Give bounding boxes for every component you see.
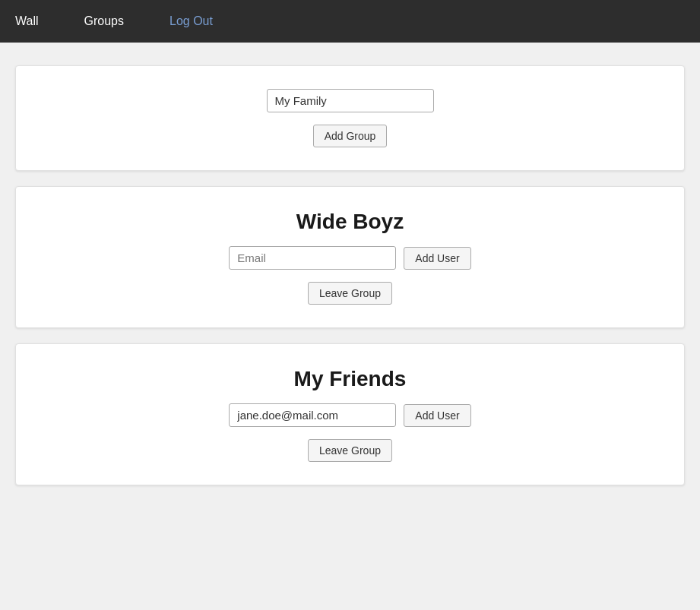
my-friends-add-user-button[interactable]: Add User bbox=[404, 404, 470, 427]
navigation: Wall Groups Log Out bbox=[0, 0, 700, 43]
my-friends-leave-group-button[interactable]: Leave Group bbox=[308, 439, 392, 462]
page-content: Add Group Wide Boyz Add User Leave Group… bbox=[0, 43, 700, 508]
my-friends-card: My Friends Add User Leave Group bbox=[15, 343, 685, 485]
wide-boyz-card: Wide Boyz Add User Leave Group bbox=[15, 186, 685, 328]
wide-boyz-email-input[interactable] bbox=[229, 246, 396, 270]
nav-logout-link[interactable]: Log Out bbox=[169, 14, 213, 28]
nav-groups-link[interactable]: Groups bbox=[84, 14, 124, 28]
group-name-input[interactable] bbox=[267, 89, 434, 112]
my-friends-email-input[interactable] bbox=[229, 403, 396, 427]
wide-boyz-title: Wide Boyz bbox=[296, 210, 404, 234]
wide-boyz-input-row: Add User bbox=[229, 246, 470, 270]
add-group-button[interactable]: Add Group bbox=[313, 125, 388, 147]
nav-wall-link[interactable]: Wall bbox=[15, 14, 39, 28]
create-group-card: Add Group bbox=[15, 65, 685, 171]
wide-boyz-leave-group-button[interactable]: Leave Group bbox=[308, 282, 392, 305]
my-friends-input-row: Add User bbox=[229, 403, 470, 427]
my-friends-title: My Friends bbox=[294, 367, 407, 391]
wide-boyz-add-user-button[interactable]: Add User bbox=[404, 247, 470, 270]
